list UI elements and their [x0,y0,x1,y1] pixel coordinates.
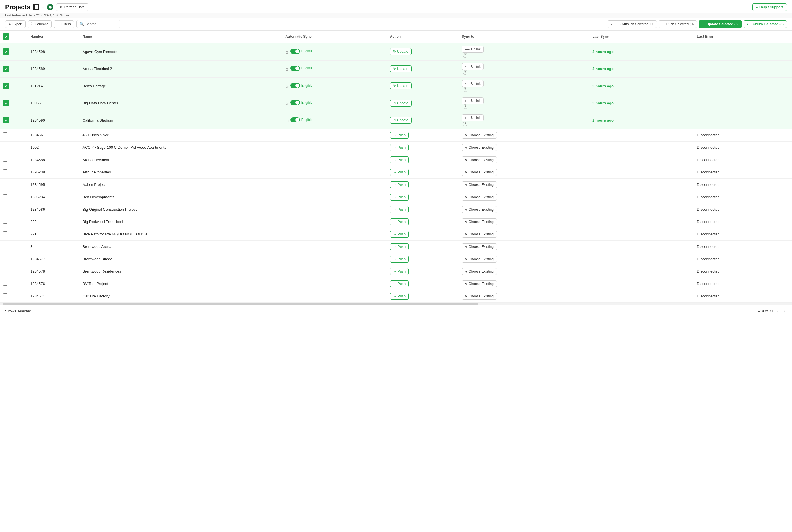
sync-toggle[interactable]: Eligible [290,100,313,105]
push-button[interactable]: → Push [390,144,409,151]
push-button[interactable]: → Push [390,293,409,300]
choose-existing-button[interactable]: ∨ Choose Existing [462,156,497,164]
row-checkbox[interactable] [3,269,7,273]
unlink-button[interactable]: ⟵ Unlink [462,97,484,104]
row-checkbox[interactable] [3,244,7,248]
push-button[interactable]: → Push [390,268,409,275]
row-checkbox[interactable] [3,281,7,286]
update-button[interactable]: ↻ Update [390,100,412,107]
push-button[interactable]: → Push [390,181,409,188]
help-circle-icon[interactable]: ? [463,104,468,109]
push-button[interactable]: → Push [390,218,409,225]
choose-existing-button[interactable]: ∨ Choose Existing [462,293,497,300]
sync-toggle[interactable]: Eligible [290,49,313,54]
choose-existing-button[interactable]: ∨ Choose Existing [462,280,497,287]
help-circle-icon[interactable]: ? [463,53,468,58]
choose-existing-button[interactable]: ∨ Choose Existing [462,268,497,275]
row-checkbox[interactable] [3,157,7,162]
row-checkbox[interactable] [3,256,7,261]
push-button[interactable]: → Push [390,206,409,213]
choose-existing-button[interactable]: ∨ Choose Existing [462,169,497,176]
unlink-button[interactable]: ⟵ Unlink [462,63,484,70]
choose-existing-button[interactable]: ∨ Choose Existing [462,243,497,250]
row-checkbox[interactable] [3,219,7,224]
gear-icon[interactable]: ⚙ [285,119,289,124]
prev-page-button[interactable]: ‹ [775,308,780,315]
sync-toggle[interactable]: Eligible [290,83,313,88]
select-all-checkbox[interactable] [3,34,9,40]
push-button[interactable]: → Push [390,243,409,250]
row-checkbox[interactable] [3,117,9,124]
update-button[interactable]: ↻ Update [390,65,412,72]
row-checkbox[interactable] [3,49,9,55]
refresh-button[interactable]: ⟳ Refresh Data [56,3,89,11]
table-header-row: Number Name Automatic Sync Action Sync t… [0,31,792,43]
unlink-selected-button[interactable]: ⟵ Unlink Selected (5) [743,20,787,28]
row-checkbox[interactable] [3,207,7,211]
choose-existing-button[interactable]: ∨ Choose Existing [462,218,497,225]
update-button[interactable]: ↻ Update [390,117,412,124]
row-action: ↻ Update [387,112,459,129]
row-checkbox[interactable] [3,194,7,199]
search-wrap: 🔍 [76,20,120,28]
sync-toggle[interactable]: Eligible [290,117,313,122]
row-checkbox[interactable] [3,231,7,236]
row-checkbox[interactable] [3,169,7,174]
row-name: Ben Developments [79,191,282,203]
filters-button[interactable]: ⚌ Filters [54,20,74,28]
gear-icon[interactable]: ⚙ [285,101,289,106]
gear-icon[interactable]: ⚙ [285,67,289,72]
push-button[interactable]: → Push [390,280,409,287]
columns-button[interactable]: ⠿ Columns [28,20,52,28]
sync-toggle[interactable]: Eligible [290,66,313,71]
choose-existing-button[interactable]: ∨ Choose Existing [462,132,497,139]
row-last-error [694,60,792,77]
push-button[interactable]: → Push [390,169,409,176]
row-checkbox[interactable] [3,182,7,187]
row-action: → Push [387,141,459,154]
autolink-button[interactable]: ⟵⟶ Autolink Selected (0) [607,20,657,28]
row-sync-to: ∨ Choose Existing [459,141,589,154]
push-button[interactable]: → Push [390,194,409,201]
help-circle-icon[interactable]: ? [463,70,468,75]
row-checkbox[interactable] [3,66,9,72]
unlink-button[interactable]: ⟵ Unlink [462,80,484,87]
row-number: 1234598 [27,43,79,60]
push-button[interactable]: → Push [390,231,409,238]
row-number: 1234588 [27,154,79,166]
search-input[interactable] [86,22,117,26]
export-button[interactable]: ⬇ Export [5,20,26,28]
update-button[interactable]: ↻ Update [390,48,412,55]
next-page-button[interactable]: › [782,308,787,315]
choose-existing-button[interactable]: ∨ Choose Existing [462,144,497,151]
help-circle-icon[interactable]: ? [463,87,468,92]
row-checkbox[interactable] [3,293,7,298]
choose-existing-button[interactable]: ∨ Choose Existing [462,181,497,188]
help-button[interactable]: ● Help / Support [752,3,787,11]
push-button[interactable]: → Push [390,255,409,263]
update-button[interactable]: ↻ Update [390,82,412,89]
toolbar-left: ⬇ Export ⠿ Columns ⚌ Filters 🔍 [5,20,120,28]
choose-existing-button[interactable]: ∨ Choose Existing [462,194,497,201]
last-refresh-tooltip: Last Refreshed: June 22nd 2024, 1:30:35 … [0,13,792,18]
row-checkbox[interactable] [3,100,9,106]
push-button[interactable]: → Push [390,156,409,164]
choose-existing-button[interactable]: ∨ Choose Existing [462,255,497,263]
chevron-down-icon: ∨ [465,245,468,249]
row-checkbox[interactable] [3,145,7,149]
choose-existing-button[interactable]: ∨ Choose Existing [462,231,497,238]
gear-icon[interactable]: ⚙ [285,84,289,89]
row-action: → Push [387,253,459,265]
table-row: 1234571Car Tire Factory→ Push∨ Choose Ex… [0,290,792,302]
unlink-button[interactable]: ⟵ Unlink [462,46,484,53]
horizontal-scrollbar[interactable] [0,303,792,305]
row-checkbox[interactable] [3,132,7,137]
row-checkbox[interactable] [3,83,9,89]
choose-existing-button[interactable]: ∨ Choose Existing [462,206,497,213]
push-selected-button[interactable]: → Push Selected (0) [659,20,697,28]
help-circle-icon[interactable]: ? [463,121,468,126]
push-button[interactable]: → Push [390,132,409,139]
gear-icon[interactable]: ⚙ [285,50,289,55]
unlink-button[interactable]: ⟵ Unlink [462,114,484,121]
update-selected-button[interactable]: → Update Selected (5) [699,20,741,28]
